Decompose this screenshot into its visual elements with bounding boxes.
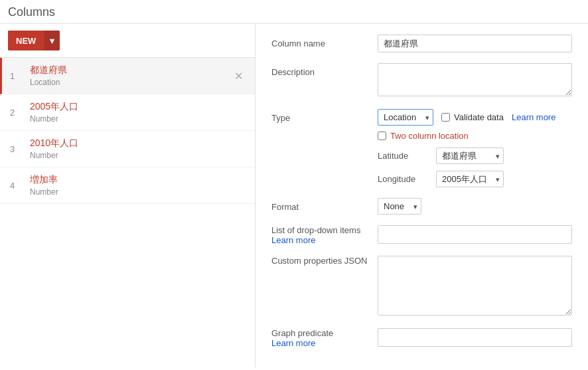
column-list: 1 都道府県 Location ✕ 2 2005年人口 Number 3 <box>0 58 255 367</box>
column-number: 1 <box>10 71 26 81</box>
list-dropdown-learn-more-link[interactable]: Learn more <box>271 235 378 245</box>
type-row: Type Location Number Text Date Validate … <box>271 109 572 187</box>
column-type: Number <box>30 151 247 160</box>
custom-json-control <box>378 256 572 318</box>
validate-checkbox-row: Validate data <box>441 112 504 122</box>
type-select-wrapper: Location Number Text Date <box>378 109 433 126</box>
list-dropdown-label-block: List of drop-down items Learn more <box>271 225 378 245</box>
column-type: Number <box>30 187 247 197</box>
type-label: Type <box>271 109 378 123</box>
list-item[interactable]: 2 2005年人口 Number <box>0 94 255 131</box>
latitude-select-wrapper: 都道府県 2005年人口 2010年人口 増加率 <box>436 147 504 164</box>
column-name-input[interactable] <box>378 35 572 52</box>
graph-predicate-label: Graph predicate <box>271 328 378 338</box>
column-number: 2 <box>10 108 26 118</box>
graph-predicate-row: Graph predicate Learn more <box>271 328 572 348</box>
format-control: None <box>378 198 572 215</box>
longitude-row: Longitude 2005年人口 都道府県 2010年人口 増加率 <box>378 171 572 187</box>
graph-predicate-input[interactable] <box>378 328 572 347</box>
column-name: 都道府県 <box>30 64 230 76</box>
list-dropdown-control <box>378 225 572 244</box>
right-panel: Column name Description Type Location Nu… <box>256 24 588 367</box>
two-column-location-row: Two column location <box>378 131 572 141</box>
column-name-control <box>378 35 572 52</box>
format-select[interactable]: None <box>378 198 421 215</box>
two-column-location-checkbox[interactable] <box>378 132 386 140</box>
left-panel: NEW ▾ 1 都道府県 Location ✕ 2 2005年人口 Number <box>0 24 256 367</box>
column-info: 増加率 Number <box>26 174 247 197</box>
validate-data-checkbox[interactable] <box>441 113 450 122</box>
column-info: 2005年人口 Number <box>26 101 247 124</box>
custom-json-row: Custom properties JSON <box>271 256 572 318</box>
format-label: Format <box>271 198 378 212</box>
new-button[interactable]: NEW ▾ <box>8 31 60 50</box>
description-control <box>378 63 572 98</box>
type-control: Location Number Text Date Validate data … <box>378 109 572 187</box>
description-row: Description <box>271 63 572 98</box>
graph-predicate-control <box>378 328 572 347</box>
column-info: 2010年人口 Number <box>26 138 247 160</box>
latitude-select[interactable]: 都道府県 2005年人口 2010年人口 増加率 <box>436 147 504 164</box>
column-type: Number <box>30 114 247 124</box>
longitude-select[interactable]: 2005年人口 都道府県 2010年人口 増加率 <box>436 171 504 187</box>
description-label: Description <box>271 63 378 77</box>
column-name: 2010年人口 <box>30 138 247 149</box>
delete-icon[interactable]: ✕ <box>230 68 247 84</box>
longitude-label: Longitude <box>378 174 431 184</box>
longitude-select-wrapper: 2005年人口 都道府県 2010年人口 増加率 <box>436 171 504 187</box>
custom-json-label-block: Custom properties JSON <box>271 256 378 266</box>
type-learn-more-link[interactable]: Learn more <box>512 112 555 122</box>
column-type: Location <box>30 78 230 87</box>
column-name: 増加率 <box>30 174 247 186</box>
toolbar: NEW ▾ <box>0 24 255 58</box>
list-dropdown-row: List of drop-down items Learn more <box>271 225 572 245</box>
column-number: 4 <box>10 181 26 191</box>
column-number: 3 <box>10 144 26 154</box>
column-name-row: Column name <box>271 35 572 52</box>
column-name: 2005年人口 <box>30 101 247 113</box>
format-select-wrapper: None <box>378 198 421 215</box>
column-name-label: Column name <box>271 35 378 48</box>
list-item[interactable]: 3 2010年人口 Number <box>0 131 255 167</box>
page-title: Columns <box>0 0 588 24</box>
custom-json-label: Custom properties JSON <box>271 256 378 266</box>
new-button-arrow[interactable]: ▾ <box>44 31 60 50</box>
format-row: Format None <box>271 198 572 215</box>
validate-data-label: Validate data <box>454 112 504 122</box>
latitude-label: Latitude <box>378 151 431 161</box>
description-input[interactable] <box>378 63 572 96</box>
column-info: 都道府県 Location <box>26 64 230 87</box>
custom-json-input[interactable] <box>378 256 572 316</box>
two-column-location-label: Two column location <box>390 131 469 141</box>
new-button-label: NEW <box>8 31 44 50</box>
list-item[interactable]: 1 都道府県 Location ✕ <box>0 58 255 94</box>
list-dropdown-label: List of drop-down items <box>271 225 378 235</box>
graph-predicate-label-block: Graph predicate Learn more <box>271 328 378 348</box>
list-item[interactable]: 4 増加率 Number <box>0 167 255 204</box>
graph-predicate-learn-more-link[interactable]: Learn more <box>271 338 378 348</box>
latitude-row: Latitude 都道府県 2005年人口 2010年人口 増加率 <box>378 147 572 164</box>
list-dropdown-input[interactable] <box>378 225 572 244</box>
type-select[interactable]: Location Number Text Date <box>378 109 433 126</box>
